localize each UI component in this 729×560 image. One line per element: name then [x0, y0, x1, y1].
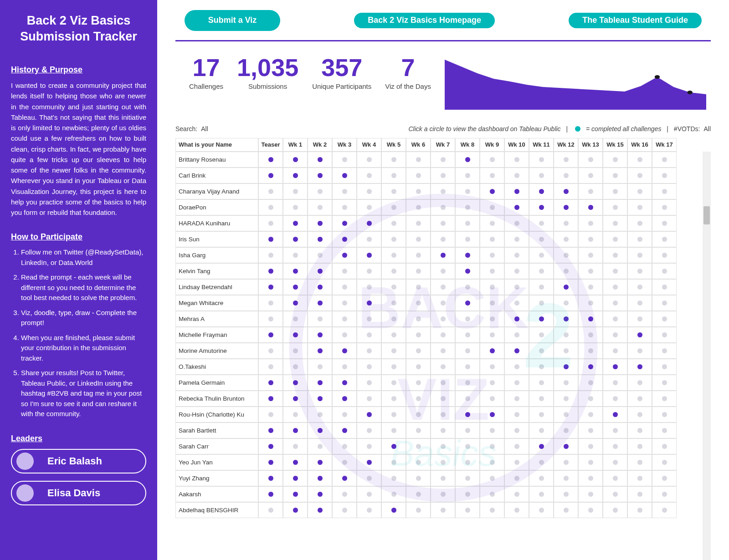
table-cell[interactable] [357, 279, 381, 295]
dot-empty-icon[interactable] [441, 221, 446, 226]
table-cell[interactable] [332, 486, 357, 502]
dot-empty-icon[interactable] [539, 269, 544, 274]
table-cell[interactable] [529, 295, 554, 311]
dot-empty-icon[interactable] [465, 316, 470, 321]
table-cell[interactable] [431, 343, 455, 359]
table-header-week[interactable]: Wk 7 [431, 138, 455, 152]
dot-empty-icon[interactable] [367, 492, 372, 497]
dot-empty-icon[interactable] [613, 380, 618, 385]
dot-empty-icon[interactable] [465, 380, 470, 385]
dot-filled-icon[interactable] [539, 205, 544, 210]
table-header-week[interactable]: Wk 15 [603, 138, 627, 152]
dot-empty-icon[interactable] [441, 444, 446, 449]
table-cell[interactable] [283, 279, 308, 295]
table-cell[interactable] [627, 423, 652, 438]
dot-filled-icon[interactable] [465, 269, 470, 274]
dot-empty-icon[interactable] [662, 237, 667, 242]
table-cell[interactable] [332, 454, 357, 470]
dot-filled-icon[interactable] [465, 253, 470, 258]
dot-empty-icon[interactable] [342, 332, 347, 337]
dot-empty-icon[interactable] [490, 444, 495, 449]
table-cell[interactable] [529, 311, 554, 327]
dot-empty-icon[interactable] [588, 508, 593, 513]
table-cell[interactable] [603, 391, 627, 407]
table-cell[interactable] [480, 438, 504, 454]
table-cell[interactable] [627, 502, 652, 518]
dot-empty-icon[interactable] [268, 348, 273, 353]
table-cell[interactable] [357, 231, 381, 247]
table-cell[interactable] [504, 502, 529, 518]
dot-empty-icon[interactable] [637, 189, 642, 194]
dot-filled-icon[interactable] [564, 444, 569, 449]
table-cell[interactable] [578, 407, 603, 423]
table-cell[interactable] [357, 407, 381, 423]
table-cell[interactable] [283, 311, 308, 327]
scrollbar[interactable] [703, 152, 711, 560]
dot-empty-icon[interactable] [465, 428, 470, 433]
dot-empty-icon[interactable] [465, 396, 470, 401]
dot-empty-icon[interactable] [318, 189, 323, 194]
dot-empty-icon[interactable] [539, 157, 544, 162]
table-cell[interactable] [480, 470, 504, 486]
table-cell[interactable] [308, 327, 332, 343]
dot-empty-icon[interactable] [662, 269, 667, 274]
dot-empty-icon[interactable] [441, 157, 446, 162]
dot-empty-icon[interactable] [637, 412, 642, 417]
dot-empty-icon[interactable] [441, 189, 446, 194]
table-cell[interactable] [332, 247, 357, 263]
dot-empty-icon[interactable] [539, 396, 544, 401]
table-cell[interactable] [308, 311, 332, 327]
table-cell[interactable] [258, 359, 283, 375]
table-cell[interactable] [431, 391, 455, 407]
dot-empty-icon[interactable] [367, 316, 372, 321]
dot-empty-icon[interactable] [613, 253, 618, 258]
table-cell[interactable] [406, 375, 431, 391]
dot-empty-icon[interactable] [441, 492, 446, 497]
dot-empty-icon[interactable] [367, 189, 372, 194]
table-cell[interactable] [431, 215, 455, 231]
table-cell[interactable] [578, 423, 603, 438]
dot-filled-icon[interactable] [268, 396, 273, 401]
table-cell[interactable] [652, 502, 677, 518]
table-cell[interactable] [357, 152, 381, 168]
dot-empty-icon[interactable] [391, 316, 396, 321]
dot-empty-icon[interactable] [416, 173, 421, 178]
dot-empty-icon[interactable] [613, 157, 618, 162]
dot-filled-icon[interactable] [293, 492, 298, 497]
table-row-name[interactable]: Iris Sun [175, 231, 258, 247]
dot-empty-icon[interactable] [564, 253, 569, 258]
table-cell[interactable] [308, 343, 332, 359]
dot-empty-icon[interactable] [588, 492, 593, 497]
table-cell[interactable] [381, 343, 406, 359]
table-cell[interactable] [455, 199, 480, 215]
table-cell[interactable] [258, 454, 283, 470]
table-cell[interactable] [480, 454, 504, 470]
table-cell[interactable] [357, 199, 381, 215]
table-cell[interactable] [603, 327, 627, 343]
table-cell[interactable] [283, 486, 308, 502]
table-cell[interactable] [431, 295, 455, 311]
dot-empty-icon[interactable] [441, 205, 446, 210]
table-cell[interactable] [381, 295, 406, 311]
table-cell[interactable] [554, 311, 578, 327]
table-cell[interactable] [406, 327, 431, 343]
table-cell[interactable] [554, 502, 578, 518]
table-cell[interactable] [652, 199, 677, 215]
dot-empty-icon[interactable] [539, 428, 544, 433]
dot-filled-icon[interactable] [318, 269, 323, 274]
dot-empty-icon[interactable] [613, 173, 618, 178]
table-cell[interactable] [603, 168, 627, 183]
dot-empty-icon[interactable] [367, 364, 372, 369]
table-cell[interactable] [480, 311, 504, 327]
table-cell[interactable] [578, 279, 603, 295]
dot-filled-icon[interactable] [268, 380, 273, 385]
table-cell[interactable] [283, 407, 308, 423]
table-cell[interactable] [431, 168, 455, 183]
table-cell[interactable] [603, 215, 627, 231]
table-cell[interactable] [308, 486, 332, 502]
table-header-week[interactable]: Teaser [258, 138, 283, 152]
dot-empty-icon[interactable] [367, 285, 372, 290]
dot-empty-icon[interactable] [268, 364, 273, 369]
dot-empty-icon[interactable] [613, 460, 618, 465]
table-cell[interactable] [381, 375, 406, 391]
